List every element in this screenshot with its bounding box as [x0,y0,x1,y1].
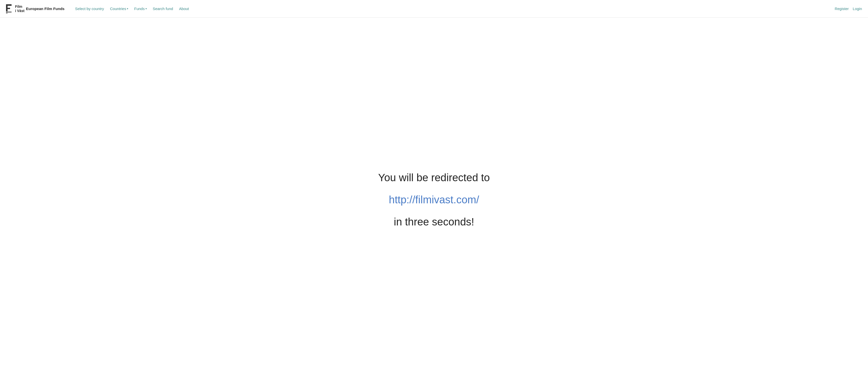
navbar: Film i Väst European Film Funds Select b… [0,0,868,18]
brand-line1: Film [15,4,24,9]
nav-links: Select by country Countries ▾ Funds ▾ Se… [73,5,835,12]
logo-icon [6,4,13,13]
brand-subtitle: European Film Funds [26,6,64,11]
brand-logo-link[interactable]: Film i Väst European Film Funds [6,4,65,13]
brand-text: Film i Väst [15,4,24,13]
redirect-timer: in three seconds! [394,216,474,228]
nav-select-by-country[interactable]: Select by country [73,5,106,12]
funds-dropdown-arrow: ▾ [146,7,147,10]
nav-funds[interactable]: Funds ▾ [132,5,149,12]
login-link[interactable]: Login [853,6,862,11]
nav-about[interactable]: About [177,5,191,12]
navbar-right: Register Login [835,6,862,11]
register-link[interactable]: Register [835,6,849,11]
brand-line2: i Väst [15,9,24,13]
nav-countries[interactable]: Countries ▾ [107,5,131,12]
redirect-text: You will be redirected to [378,172,490,184]
main-content: You will be redirected to http://filmiva… [0,18,868,382]
countries-dropdown-arrow: ▾ [127,7,128,10]
nav-search-fund[interactable]: Search fund [150,5,176,12]
redirect-url-link[interactable]: http://filmivast.com/ [389,194,479,206]
